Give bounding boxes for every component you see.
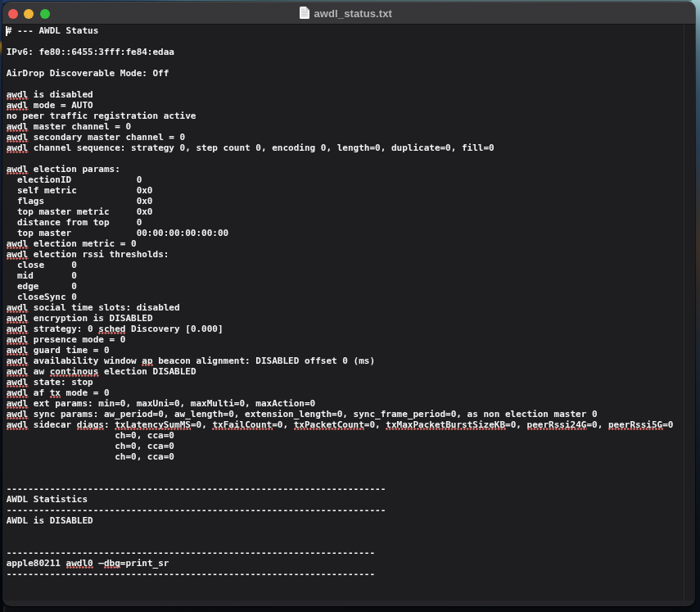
misspelled-word: awdl — [7, 388, 29, 398]
texteditor-window: # --- AWDL StatusIPv6: fe80::6455:3fff:f… — [2, 2, 695, 606]
text-line: self metric 0x0 — [7, 185, 674, 196]
text-line — [7, 526, 674, 537]
text-segment: ext params: min=0, maxUni=0, maxMulti=0,… — [28, 398, 315, 409]
text-line: awdl af tx mode = 0 — [7, 388, 674, 398]
misspelled-word: awdl — [7, 409, 29, 419]
text-segment: =0, — [272, 419, 294, 430]
text-segment: apple80211 — [7, 558, 66, 569]
misspelled-word: awdl — [7, 89, 29, 100]
misspelled-word: txMaxPacketBurstSizeKB — [386, 419, 505, 430]
text-line: awdl election params: — [7, 164, 674, 175]
close-button[interactable] — [8, 9, 18, 19]
misspelled-word: tx — [50, 388, 61, 398]
text-segment: ----------------------------------------… — [7, 569, 375, 579]
text-line: awdl election rssi thresholds: — [7, 249, 674, 260]
text-line: awdl channel sequence: strategy 0, step … — [7, 143, 674, 153]
text-segment: availability window — [28, 356, 142, 366]
text-segment: electionID 0 — [7, 175, 142, 185]
text-content[interactable]: # --- AWDL StatusIPv6: fe80::6455:3fff:f… — [7, 25, 674, 579]
desktop-wallpaper-bottom — [0, 606, 700, 612]
misspelled-word: awdl — [7, 238, 29, 249]
text-segment: ----------------------------------------… — [7, 547, 375, 558]
text-line: edge 0 — [7, 281, 674, 292]
text-segment: mode = AUTO — [28, 100, 93, 111]
text-segment: IPv6: fe80::6455:3fff:fe84:edaa — [7, 47, 174, 57]
misspelled-word: txPacketCount — [294, 419, 364, 430]
text-segment: election DISABLED — [98, 366, 196, 377]
text-segment: strategy: 0 — [28, 324, 98, 334]
text-line: AWDL Statistics — [7, 494, 674, 505]
text-segment: af — [28, 388, 50, 398]
text-segment: ----------------------------------------… — [7, 483, 386, 494]
text-line: ch=0, cca=0 — [7, 451, 674, 462]
text-line: awdl social time slots: disabled — [7, 302, 674, 313]
text-line: awdl is disabled — [7, 89, 674, 100]
text-line: awdl sidecar diags: txLatencySumMS=0, tx… — [7, 419, 674, 430]
text-line: distance from top 0 — [7, 217, 674, 228]
text-segment: self metric 0x0 — [7, 185, 153, 196]
window-title: awdl_status.txt — [314, 7, 392, 20]
text-segment: close 0 — [7, 260, 77, 270]
misspelled-word: peerRssi5G — [608, 419, 662, 430]
text-segment: — — [93, 558, 104, 569]
text-segment: is disabled — [28, 89, 93, 100]
text-line: no peer traffic registration active — [7, 111, 674, 121]
text-line: awdl sync params: aw_period=0, aw_length… — [7, 409, 674, 419]
text-line: ch=0, cca=0 — [7, 430, 674, 441]
minimize-button[interactable] — [24, 9, 34, 19]
misspelled-word: continous — [50, 366, 99, 377]
text-segment: : — [104, 419, 115, 430]
text-segment: distance from top 0 — [7, 217, 142, 228]
text-segment: ch=0, cca=0 — [7, 451, 174, 462]
text-segment: sync params: aw_period=0, aw_length=0, e… — [28, 409, 597, 419]
text-segment: edge 0 — [7, 281, 77, 292]
zoom-button[interactable] — [40, 9, 50, 19]
text-segment: beacon alignment: DISABLED offset 0 (ms) — [153, 356, 376, 366]
misspelled-word: awdl — [7, 132, 29, 143]
text-segment: guard time = 0 — [28, 345, 109, 356]
misspelled-word: awdl — [7, 398, 29, 409]
misspelled-word: awdl — [7, 249, 29, 260]
scrollbar-track-separator — [684, 25, 684, 601]
text-line: awdl aw continous election DISABLED — [7, 366, 674, 377]
misspelled-word: peerRssi24G — [527, 419, 587, 430]
text-line: close 0 — [7, 260, 674, 270]
document-icon[interactable] — [300, 7, 309, 19]
text-line — [7, 473, 674, 483]
text-line: awdl election metric = 0 — [7, 238, 674, 249]
text-line: ----------------------------------------… — [7, 505, 674, 515]
text-line: # --- AWDL Status — [7, 25, 674, 36]
text-line: awdl availability window ap beacon align… — [7, 356, 674, 366]
text-editor-content[interactable]: # --- AWDL StatusIPv6: fe80::6455:3fff:f… — [2, 25, 695, 601]
text-line — [7, 537, 674, 547]
text-line: awdl state: stop — [7, 377, 674, 388]
text-segment: ch=0, cca=0 — [7, 430, 174, 441]
text-line — [7, 462, 674, 473]
text-segment: =0, — [364, 419, 386, 430]
text-segment: sidecar — [28, 419, 77, 430]
misspelled-word: awdl — [7, 143, 29, 153]
text-line — [7, 79, 674, 89]
misspelled-word: awdl — [7, 419, 29, 430]
window-titlebar[interactable]: awdl_status.txt — [2, 2, 695, 25]
text-line: awdl mode = AUTO — [7, 100, 674, 111]
misspelled-word: awdl — [7, 164, 29, 175]
text-segment: ----------------------------------------… — [7, 505, 386, 515]
text-segment: election params: — [28, 164, 120, 175]
misspelled-word: awdl — [7, 366, 29, 377]
text-line: ----------------------------------------… — [7, 547, 674, 558]
text-caret — [6, 26, 7, 37]
text-line: awdl presence mode = 0 — [7, 334, 674, 345]
text-line: awdl guard time = 0 — [7, 345, 674, 356]
misspelled-word: diags — [77, 419, 104, 430]
misspelled-word: sched — [98, 324, 125, 334]
text-line — [7, 57, 674, 68]
text-segment: no peer traffic registration active — [7, 111, 196, 121]
misspelled-word: awdl — [7, 345, 29, 356]
misspelled-word: txLatencySumMS — [115, 419, 191, 430]
misspelled-word: awdl — [7, 121, 29, 132]
misspelled-word: awdl0 — [66, 558, 93, 569]
text-segment: flags 0x0 — [7, 196, 153, 206]
text-line: AirDrop Discoverable Mode: Off — [7, 68, 674, 79]
text-segment: AirDrop Discoverable Mode: Off — [7, 68, 169, 79]
